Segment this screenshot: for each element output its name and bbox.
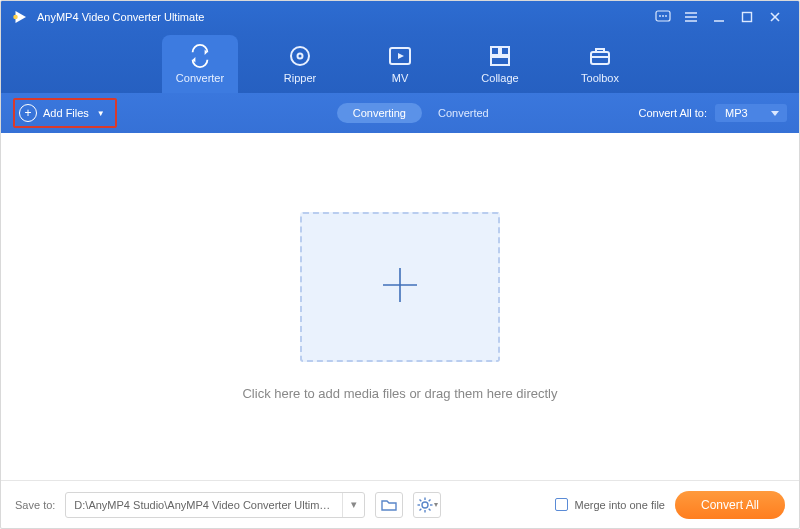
drop-area: Click here to add media files or drag th…	[1, 133, 799, 480]
settings-button[interactable]: ▾	[413, 492, 441, 518]
menu-icon[interactable]	[677, 3, 705, 31]
add-media-dropzone[interactable]	[300, 212, 500, 362]
save-path-field[interactable]: D:\AnyMP4 Studio\AnyMP4 Video Converter …	[65, 492, 365, 518]
convert-all-to: Convert All to: MP3	[639, 104, 787, 122]
svg-line-33	[429, 499, 431, 501]
svg-line-32	[429, 508, 431, 510]
svg-line-31	[419, 499, 421, 501]
plus-circle-icon: +	[19, 104, 37, 122]
chevron-down-icon[interactable]: ▾	[342, 493, 364, 517]
maximize-button[interactable]	[733, 3, 761, 31]
svg-point-3	[659, 15, 661, 17]
svg-rect-21	[491, 57, 509, 65]
convert-all-button[interactable]: Convert All	[675, 491, 785, 519]
svg-point-16	[298, 54, 303, 59]
svg-point-26	[422, 502, 428, 508]
svg-rect-10	[743, 13, 752, 22]
mv-icon	[388, 44, 412, 68]
svg-rect-19	[491, 47, 499, 55]
merge-checkbox[interactable]: Merge into one file	[555, 498, 665, 511]
toolbox-icon	[588, 44, 612, 68]
svg-line-34	[419, 508, 421, 510]
collage-icon	[488, 44, 512, 68]
tab-label: MV	[392, 72, 409, 84]
convert-all-to-label: Convert All to:	[639, 107, 707, 119]
folder-icon	[381, 498, 397, 512]
drop-hint: Click here to add media files or drag th…	[242, 386, 557, 401]
plus-icon	[377, 262, 423, 312]
feedback-icon[interactable]	[649, 3, 677, 31]
status-tabs: Converting Converted	[337, 103, 505, 123]
main-tabs: Converter Ripper MV Collage Toolbox	[1, 33, 799, 93]
sub-toolbar: + Add Files ▼ Converting Converted Conve…	[1, 93, 799, 133]
tab-label: Collage	[481, 72, 518, 84]
bottom-bar: Save to: D:\AnyMP4 Studio\AnyMP4 Video C…	[1, 480, 799, 528]
gear-icon	[417, 497, 433, 513]
chevron-down-icon: ▼	[97, 109, 105, 118]
app-logo-icon	[11, 8, 29, 26]
tab-collage[interactable]: Collage	[462, 35, 538, 93]
chevron-down-icon: ▾	[434, 500, 438, 509]
tab-converter[interactable]: Converter	[162, 35, 238, 93]
add-files-button[interactable]: + Add Files ▼	[13, 98, 117, 128]
tab-toolbox[interactable]: Toolbox	[562, 35, 638, 93]
close-button[interactable]	[761, 3, 789, 31]
add-files-label: Add Files	[43, 107, 89, 119]
merge-label: Merge into one file	[574, 499, 665, 511]
minimize-button[interactable]	[705, 3, 733, 31]
checkbox-icon	[555, 498, 568, 511]
svg-point-4	[662, 15, 664, 17]
svg-point-15	[291, 47, 309, 65]
svg-rect-20	[501, 47, 509, 55]
save-path-value: D:\AnyMP4 Studio\AnyMP4 Video Converter …	[66, 499, 342, 511]
ripper-icon	[288, 44, 312, 68]
tab-converted[interactable]: Converted	[422, 103, 505, 123]
tab-label: Toolbox	[581, 72, 619, 84]
tab-label: Converter	[176, 72, 224, 84]
svg-point-5	[665, 15, 667, 17]
app-window: AnyMP4 Video Converter Ultimate Converte…	[0, 0, 800, 529]
tab-converting[interactable]: Converting	[337, 103, 422, 123]
save-to-label: Save to:	[15, 499, 55, 511]
svg-point-1	[13, 15, 18, 20]
output-format-value: MP3	[725, 107, 748, 119]
open-folder-button[interactable]	[375, 492, 403, 518]
svg-marker-18	[398, 53, 404, 59]
tab-mv[interactable]: MV	[362, 35, 438, 93]
title-bar: AnyMP4 Video Converter Ultimate	[1, 1, 799, 33]
tab-label: Ripper	[284, 72, 316, 84]
app-title: AnyMP4 Video Converter Ultimate	[37, 11, 204, 23]
output-format-select[interactable]: MP3	[715, 104, 787, 122]
converter-icon	[188, 44, 212, 68]
tab-ripper[interactable]: Ripper	[262, 35, 338, 93]
